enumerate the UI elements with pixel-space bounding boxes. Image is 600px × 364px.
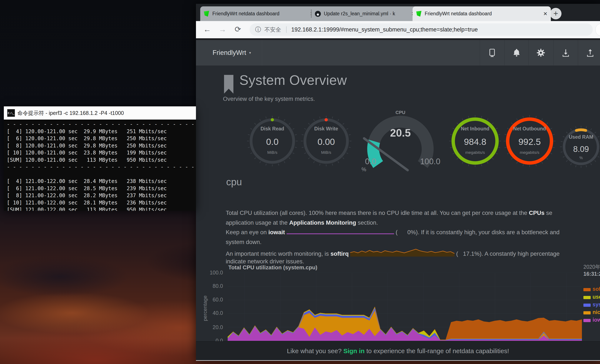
gauge-used-ram[interactable]: Used RAM8.09% (553, 117, 600, 177)
svg-text:0.0: 0.0 (266, 137, 279, 147)
tab-friendlywrt-1[interactable]: FriendlyWrt netdata dashboard ✕ (200, 6, 318, 21)
legend-swatch (583, 288, 591, 291)
text-segment: iowait (268, 229, 285, 235)
y-tick-label: 60.0 (204, 297, 223, 303)
legend-swatch (583, 319, 591, 322)
iowait-sparkline (287, 230, 394, 235)
svg-text:MiB/s: MiB/s (321, 150, 331, 155)
text-segment: ( 0%). If it is constantly high, your di… (394, 229, 560, 235)
terminal-line: [ 4] 121.00-122.00 sec 28.4 MBytes 238 M… (7, 178, 196, 185)
text-segment: Keep an eye on (226, 229, 268, 235)
settings-button[interactable] (528, 40, 553, 65)
omnibox-divider (286, 26, 287, 33)
terminal-line: [ 8] 120.00-121.00 sec 29.8 MBytes 250 M… (7, 142, 196, 149)
monitor-icon (487, 48, 497, 58)
new-tab-button[interactable]: + (550, 8, 562, 19)
svg-text:MiB/s: MiB/s (267, 150, 277, 155)
terminal-line: [SUM] 120.00-121.00 sec 113 MBytes 950 M… (7, 157, 196, 164)
section-heading-cpu: cpu (226, 176, 242, 188)
tab-github[interactable]: Update r2s_lean_minimal.yml · k ✕ (311, 6, 419, 21)
gauge-disk-write[interactable]: Disk Write0.00MiB/s (299, 111, 354, 171)
svg-text:Disk Write: Disk Write (314, 126, 338, 131)
gauge-disk-read[interactable]: Disk Read0.0MiB/s (245, 111, 300, 171)
page-top-edge (196, 38, 600, 40)
url-text[interactable]: 192.168.2.1:19999/#menu_system_submenu_c… (291, 26, 478, 33)
text-segment: ( 17.1%). A constantly high percentage (454, 250, 560, 257)
brand-dropdown[interactable]: FriendlyWrt ▾ (201, 40, 262, 65)
gauge-cpu[interactable]: CPU20.50.0100.0% (356, 104, 445, 181)
inline-link[interactable]: CPUs (529, 210, 544, 216)
text-segment: Total CPU utilization (all cores). 100% … (226, 210, 529, 216)
svg-text:Net Inbound: Net Inbound (461, 126, 489, 131)
text-segment: application usage at the (226, 219, 289, 226)
terminal-window[interactable]: C:\_ 命令提示符 - iperf3 -c 192.168.1.2 -P4 -… (4, 106, 196, 210)
netdata-favicon (416, 11, 422, 17)
svg-text:Net Outbound: Net Outbound (513, 126, 546, 131)
tab-friendlywrt-2-active[interactable]: FriendlyWrt netdata dashboard ✕ (412, 6, 551, 21)
legend-item-nice[interactable]: nice (583, 309, 600, 316)
svg-text:%: % (579, 156, 583, 160)
legend-label: softirq (592, 286, 600, 292)
tab-title: FriendlyWrt netdata dashboard (212, 11, 308, 17)
export-snapshot-button[interactable] (578, 40, 600, 65)
github-favicon (315, 11, 321, 17)
signin-banner: Like what you see? Sign in to experience… (196, 341, 600, 360)
paragraph-line: system down. (226, 237, 600, 247)
text-segment: se (544, 210, 552, 216)
sign-in-link[interactable]: Sign in (343, 347, 365, 355)
svg-text:CPU: CPU (395, 110, 405, 115)
svg-text:Disk Read: Disk Read (260, 126, 284, 131)
legend-item-iowait[interactable]: iowait (583, 317, 600, 323)
nodes-view-button[interactable] (480, 40, 504, 65)
legend-item-softirq[interactable]: softirq (583, 286, 600, 292)
svg-text:992.5: 992.5 (518, 137, 541, 147)
security-label[interactable]: 不安全 (264, 26, 281, 33)
text-segment: system down. (226, 239, 262, 245)
text-segment: indicate network driver issues. (226, 258, 304, 265)
terminal-title: 命令提示符 - iperf3 -c 192.168.1.2 -P4 -t1000 (18, 110, 124, 117)
chart-y-axis-label: percentage (202, 287, 208, 329)
legend-item-system[interactable]: system (583, 301, 600, 308)
svg-text:984.8: 984.8 (464, 137, 486, 147)
alarms-button[interactable] (504, 40, 529, 65)
cpu-utilization-chart[interactable] (228, 273, 582, 341)
svg-text:megabits/s: megabits/s (465, 150, 485, 155)
legend-item-user[interactable]: user (583, 294, 600, 300)
tab-title: FriendlyWrt netdata dashboard (425, 11, 541, 17)
gear-icon (536, 48, 546, 58)
import-snapshot-button[interactable] (553, 40, 578, 65)
reload-button[interactable]: ⟳ (233, 21, 243, 38)
terminal-line: - - - - - - - - - - - - - - - - - - - - … (7, 121, 196, 128)
svg-text:0.0: 0.0 (365, 157, 376, 166)
legend-label: nice (592, 309, 600, 315)
page-info-icon[interactable]: ⓘ (255, 26, 261, 34)
chart-timestamp-date: 2020年3 (583, 263, 600, 271)
terminal-line: [SUM] 121.00-122.00 sec 113 MBytes 950 M… (7, 206, 196, 211)
legend-swatch (583, 311, 591, 314)
inline-link[interactable]: Applications Monitoring (289, 219, 356, 226)
paragraph-line: An important metric worth monitoring, is… (226, 247, 600, 257)
forward-button[interactable]: → (217, 21, 228, 38)
y-tick-label: 20.0 (204, 324, 223, 330)
svg-text:100.0: 100.0 (420, 157, 440, 166)
back-button[interactable]: ← (202, 21, 213, 38)
text-segment: An important metric worth monitoring, is (226, 250, 330, 257)
page-title: System Overview (239, 72, 347, 88)
softirq-sparkline (350, 247, 454, 258)
terminal-output[interactable]: - - - - - - - - - - - - - - - - - - - - … (4, 120, 196, 211)
gauge-net-outbound[interactable]: Net Outbound992.5megabits/s (502, 111, 557, 171)
tab-title: Update r2s_lean_minimal.yml · k (324, 11, 409, 17)
tab-close-icon[interactable]: ✕ (543, 11, 547, 16)
netdata-navbar: FriendlyWrt ▾ (196, 40, 600, 65)
banner-text: Like what you see? (287, 347, 343, 355)
address-bar[interactable]: ⓘ 不安全 192.168.2.1:19999/#menu_system_sub… (250, 23, 593, 36)
terminal-line (7, 171, 196, 178)
terminal-line: [ 6] 120.00-121.00 sec 29.8 MBytes 250 M… (7, 135, 196, 142)
legend-swatch (583, 304, 591, 307)
terminal-titlebar[interactable]: C:\_ 命令提示符 - iperf3 -c 192.168.1.2 -P4 -… (4, 106, 196, 120)
cmd-icon: C:\_ (7, 109, 15, 117)
gauge-net-inbound[interactable]: Net Inbound984.8megabits/s (448, 111, 503, 171)
y-tick-label: 40.0 (204, 310, 223, 316)
text-segment: section. (356, 219, 378, 226)
terminal-line: [ 8] 121.00-122.00 sec 28.2 MBytes 237 M… (7, 192, 196, 199)
